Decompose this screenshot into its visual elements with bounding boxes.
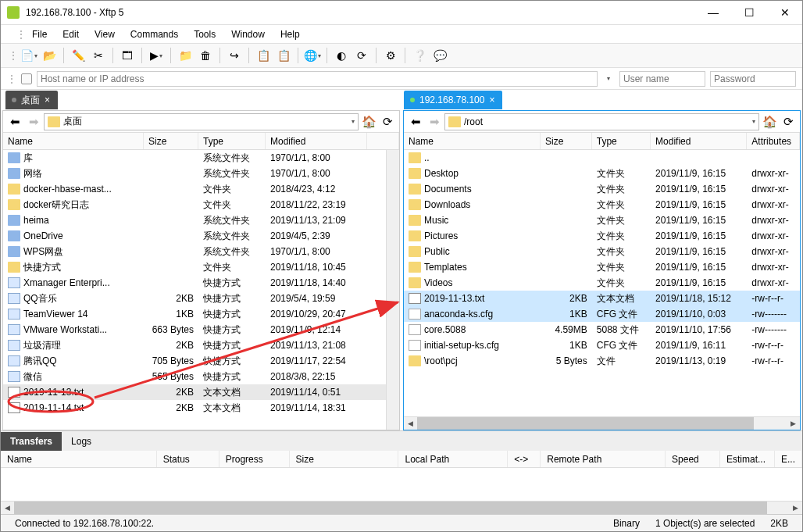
file-row[interactable]: docker-hbase-mast...文件夹2018/4/23, 4:12 <box>3 181 386 197</box>
file-row[interactable]: \root\pcj5 Bytes文件2019/11/13, 0:19-rw-r-… <box>404 353 800 369</box>
col-modified[interactable]: Modified <box>266 133 367 149</box>
tab-local[interactable]: 桌面 × <box>5 91 58 109</box>
about-button[interactable]: 💬 <box>430 46 449 65</box>
refresh-button[interactable]: ↪ <box>225 46 244 65</box>
menu-tools[interactable]: Tools <box>187 27 222 41</box>
file-row[interactable]: Documents文件夹2019/11/9, 16:15drwxr-xr- <box>404 181 800 197</box>
scrollbar-horizontal[interactable]: ◀▶ <box>1 501 802 514</box>
host-dropdown[interactable]: ▾ <box>602 75 615 82</box>
file-row[interactable]: Downloads文件夹2019/11/9, 16:15drwxr-xr- <box>404 197 800 212</box>
disconnect-button[interactable]: ✂ <box>89 46 108 65</box>
help-button[interactable]: ❔ <box>410 46 429 65</box>
dropdown-icon[interactable]: ▾ <box>352 118 355 125</box>
menu-commands[interactable]: Commands <box>124 27 184 41</box>
col-size[interactable]: Size <box>290 451 399 467</box>
col-name[interactable]: Name <box>404 133 541 149</box>
col-name[interactable]: Name <box>3 133 144 149</box>
scrollbar-horizontal[interactable]: ◀▶ <box>404 416 800 430</box>
close-button[interactable]: ✕ <box>774 6 796 19</box>
back-button[interactable]: ⬅ <box>407 113 424 130</box>
col-localpath[interactable]: Local Path <box>398 451 508 467</box>
tab-close-icon[interactable]: × <box>489 95 494 105</box>
up-button[interactable]: 🏠 <box>761 113 778 130</box>
col-elapsed[interactable]: E... <box>775 451 802 467</box>
file-row[interactable]: Desktop文件夹2019/11/9, 16:15drwxr-xr- <box>404 166 800 181</box>
file-row[interactable]: 2019-11-14.txt2KB文本文档2019/11/14, 18:31 <box>3 400 386 416</box>
transfers-body[interactable] <box>1 468 802 501</box>
refresh-button[interactable]: ⟳ <box>780 113 797 130</box>
sync-button[interactable]: ⟳ <box>352 46 371 65</box>
file-row[interactable]: 快捷方式文件夹2019/11/18, 10:45 <box>3 259 386 275</box>
remote-path-box[interactable]: /root ▾ <box>444 113 759 130</box>
tab-remote[interactable]: 192.168.78.100 × <box>404 91 502 109</box>
paste-button[interactable]: 📋 <box>274 46 293 65</box>
file-row[interactable]: Xmanager Enterpri...快捷方式2019/11/18, 14:4… <box>3 275 386 291</box>
file-row[interactable]: anaconda-ks.cfg1KBCFG 文件2019/11/10, 0:03… <box>404 306 800 322</box>
tab-transfers[interactable]: Transfers <box>1 432 62 451</box>
file-row[interactable]: TeamViewer 141KB快捷方式2019/10/29, 20:47 <box>3 306 386 322</box>
menu-edit[interactable]: Edit <box>56 27 85 41</box>
col-speed[interactable]: Speed <box>666 451 720 467</box>
transfer-button[interactable]: ▶ <box>147 46 166 65</box>
col-direction[interactable]: <-> <box>508 451 541 467</box>
delete-button[interactable]: 🗑 <box>196 46 215 65</box>
file-row[interactable]: .. <box>404 150 800 166</box>
file-row[interactable]: QQ音乐2KB快捷方式2019/5/4, 19:59 <box>3 291 386 306</box>
col-size[interactable]: Size <box>541 133 592 149</box>
file-row[interactable]: 网络系统文件夹1970/1/1, 8:00 <box>3 166 386 181</box>
col-type[interactable]: Type <box>592 133 651 149</box>
col-name[interactable]: Name <box>1 451 157 467</box>
menu-help[interactable]: Help <box>274 27 306 41</box>
col-attributes[interactable]: Attributes <box>747 133 800 149</box>
file-row[interactable]: OneDrive系统文件夹2019/4/5, 2:39 <box>3 228 386 244</box>
remote-file-list[interactable]: ..Desktop文件夹2019/11/9, 16:15drwxr-xr-Doc… <box>404 150 800 416</box>
host-input[interactable] <box>37 71 598 87</box>
scrollbar-vertical[interactable] <box>386 150 399 430</box>
menu-view[interactable]: View <box>88 27 121 41</box>
file-row[interactable]: Music文件夹2019/11/9, 16:15drwxr-xr- <box>404 212 800 228</box>
col-type[interactable]: Type <box>198 133 266 149</box>
file-row[interactable]: 2019-11-13.txt2KB文本文档2019/11/18, 15:12-r… <box>404 291 800 306</box>
open-button[interactable]: 📂 <box>40 46 59 65</box>
file-row[interactable]: Templates文件夹2019/11/9, 16:15drwxr-xr- <box>404 259 800 275</box>
up-button[interactable]: 🏠 <box>360 113 377 130</box>
file-row[interactable]: heima系统文件夹2019/11/13, 21:09 <box>3 212 386 228</box>
tab-close-icon[interactable]: × <box>45 95 50 105</box>
file-row[interactable]: VMware Workstati...663 Bytes快捷方式2019/11/… <box>3 322 386 337</box>
minimize-button[interactable]: — <box>702 6 724 19</box>
file-row[interactable]: initial-setup-ks.cfg1KBCFG 文件2019/11/9, … <box>404 337 800 353</box>
col-estimate[interactable]: Estimat... <box>720 451 775 467</box>
file-row[interactable]: docker研究日志文件夹2018/11/22, 23:19 <box>3 197 386 212</box>
terminal-button[interactable]: ◐ <box>332 46 351 65</box>
password-input[interactable] <box>710 71 796 87</box>
local-path-box[interactable]: 桌面 ▾ <box>44 113 359 130</box>
new-session-button[interactable]: 📄 <box>20 46 38 65</box>
file-row[interactable]: WPS网盘系统文件夹1970/1/1, 8:00 <box>3 244 386 259</box>
new-folder-button[interactable]: 📁 <box>176 46 195 65</box>
col-size[interactable]: Size <box>144 133 198 149</box>
menu-file[interactable]: File <box>26 27 53 41</box>
local-file-list[interactable]: 库系统文件夹1970/1/1, 8:00网络系统文件夹1970/1/1, 8:0… <box>3 150 386 430</box>
view-mode-button[interactable]: 🌐 <box>303 46 322 65</box>
maximize-button[interactable]: ☐ <box>738 6 760 19</box>
col-remotepath[interactable]: Remote Path <box>541 451 666 467</box>
file-row[interactable]: 微信565 Bytes快捷方式2018/3/8, 22:15 <box>3 369 386 384</box>
file-row[interactable]: 垃圾清理2KB快捷方式2019/11/13, 21:08 <box>3 337 386 353</box>
username-input[interactable] <box>619 71 705 87</box>
tab-logs[interactable]: Logs <box>62 432 101 451</box>
reconnect-button[interactable]: ✏️ <box>69 46 87 65</box>
dropdown-icon[interactable]: ▾ <box>752 118 755 125</box>
file-row[interactable]: core.50884.59MB5088 文件2019/11/10, 17:56-… <box>404 322 800 337</box>
menu-window[interactable]: Window <box>225 27 271 41</box>
file-row[interactable]: Public文件夹2019/11/9, 16:15drwxr-xr- <box>404 244 800 259</box>
file-row[interactable]: 腾讯QQ705 Bytes快捷方式2019/11/17, 22:54 <box>3 353 386 369</box>
col-progress[interactable]: Progress <box>219 451 290 467</box>
refresh-button[interactable]: ⟳ <box>379 113 396 130</box>
file-row[interactable]: 2019-11-13.txt2KB文本文档2019/11/14, 0:51 <box>3 384 386 400</box>
options-button[interactable]: ⚙ <box>381 46 400 65</box>
forward-button[interactable]: ➡ <box>25 113 42 130</box>
forward-button[interactable]: ➡ <box>426 113 443 130</box>
file-row[interactable]: Pictures文件夹2019/11/9, 16:15drwxr-xr- <box>404 228 800 244</box>
col-status[interactable]: Status <box>157 451 219 467</box>
file-row[interactable]: Videos文件夹2019/11/9, 16:15drwxr-xr- <box>404 275 800 291</box>
